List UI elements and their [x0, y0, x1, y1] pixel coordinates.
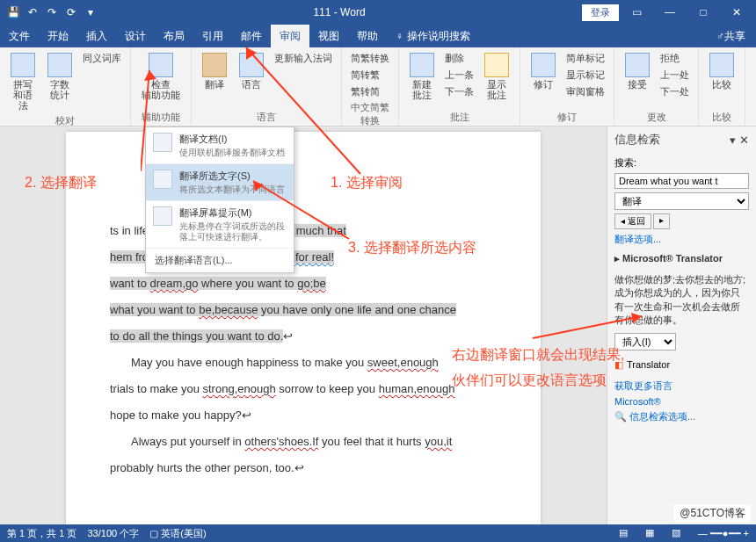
menu-layout[interactable]: 布局 — [155, 25, 193, 47]
research-pane: 信息检索 ▾ ✕ 搜索: 翻译 ◂ 返回 ▸ 翻译选项... ▸ Microso… — [607, 126, 756, 524]
translate-sel-icon — [153, 170, 172, 189]
ribbon-group-proofing: 拼写和语法 字数统计 同义词库 校对 — [0, 47, 131, 126]
wordcount-button[interactable]: 字数统计 — [44, 51, 76, 102]
translate-tooltip-item[interactable]: 翻译屏幕提示(M)光标悬停在字词或所选的段落上可快速进行翻译。 — [146, 201, 294, 249]
spelling-button[interactable]: 拼写和语法 — [7, 51, 39, 112]
menu-insert[interactable]: 插入 — [77, 25, 116, 47]
forward-button[interactable]: ▸ — [653, 213, 670, 229]
ribbon-group-protect: 阻止作者 限制编辑 保护 — [745, 47, 756, 126]
ribbon-group-chinese: 简繁转换 简转繁 繁转简 中文简繁转换 — [342, 47, 399, 126]
document-area[interactable]: 翻译文档(I)使用联机翻译服务翻译文档 翻译所选文字(S)将所选文本翻译为不同语… — [0, 126, 607, 524]
compare-button[interactable]: 比较 — [706, 51, 738, 91]
maximize-icon[interactable]: □ — [687, 2, 719, 23]
translate-button[interactable]: 翻译 — [199, 51, 230, 91]
delete-comment-button[interactable]: 删除 — [443, 51, 476, 66]
prev-change-button[interactable]: 上一处 — [658, 68, 691, 83]
print-layout-icon[interactable]: ▦ — [645, 527, 661, 539]
menu-references[interactable]: 引用 — [193, 25, 232, 47]
search-input[interactable] — [614, 173, 749, 189]
ribbon-group-comments: 新建批注 删除 上一条 下一条 显示批注 批注 — [399, 47, 520, 126]
refresh-icon[interactable]: ⟳ — [65, 6, 77, 18]
back-button[interactable]: ◂ 返回 — [614, 213, 651, 229]
watermark: @51CTO博客 — [674, 504, 751, 523]
pane-title: 信息检索 — [614, 132, 660, 148]
markup-mode[interactable]: 简单标记 — [564, 51, 607, 66]
show-markup[interactable]: 显示标记 — [564, 68, 607, 83]
ribbon-group-language: 翻译 语言 更新输入法词 语言 — [192, 47, 342, 126]
translation-options-link[interactable]: 翻译选项... — [614, 233, 749, 246]
thesaurus-button[interactable]: 同义词库 — [81, 51, 123, 66]
block-authors-button[interactable]: 阻止作者 — [752, 51, 756, 102]
menu-file[interactable]: 文件 — [0, 25, 39, 47]
ribbon: 拼写和语法 字数统计 同义词库 校对 检查 辅助功能 辅助功能 翻译 语言 更新… — [0, 47, 756, 126]
search-label: 搜索: — [614, 156, 749, 170]
minimize-icon[interactable]: — — [654, 2, 686, 23]
titlebar: 💾 ↶ ↷ ⟳ ▾ 111 - Word 登录 ▭ — □ ✕ — [0, 0, 756, 25]
sc-tc-button[interactable]: 简繁转换 — [349, 51, 391, 66]
menu-view[interactable]: 视图 — [309, 25, 348, 47]
ribbon-group-tracking: 修订 简单标记 显示标记 审阅窗格 修订 — [520, 47, 614, 126]
statusbar: 第 1 页，共 1 页 33/100 个字 ▢ 英语(美国) ▤ ▦ ▧ — ━… — [0, 524, 756, 542]
next-comment-button[interactable]: 下一条 — [443, 84, 476, 99]
new-comment-button[interactable]: 新建批注 — [406, 51, 438, 102]
tc-button[interactable]: 繁转简 — [349, 84, 391, 99]
pane-menu-icon[interactable]: ▾ ✕ — [730, 134, 749, 147]
reject-button[interactable]: 拒绝 — [658, 51, 691, 66]
ribbon-options-icon[interactable]: ▭ — [621, 2, 652, 23]
translator-heading: ▸ Microsoft® Translator — [614, 249, 749, 268]
accessibility-button[interactable]: 检查 辅助功能 — [138, 51, 184, 102]
qat-more-icon[interactable]: ▾ — [84, 6, 97, 18]
track-changes-button[interactable]: 修订 — [527, 51, 559, 91]
translate-tip-icon — [153, 206, 172, 226]
update-ime-button[interactable]: 更新输入法词 — [273, 51, 334, 66]
tell-me[interactable]: ♀操作说明搜索 — [387, 25, 479, 47]
redo-icon[interactable]: ↷ — [46, 6, 58, 18]
service-select[interactable]: 翻译 — [614, 192, 749, 210]
close-icon[interactable]: ✕ — [721, 2, 752, 23]
menu-review[interactable]: 审阅 — [271, 25, 309, 47]
prev-comment-button[interactable]: 上一条 — [443, 68, 476, 83]
undo-icon[interactable]: ↶ — [26, 6, 39, 18]
insert-select[interactable]: 插入(I) — [614, 333, 676, 350]
menu-mailings[interactable]: 邮件 — [232, 25, 271, 47]
language-button[interactable]: 语言 — [236, 51, 267, 91]
word-count[interactable]: 33/100 个字 — [87, 527, 139, 540]
document-page[interactable]: ts in life when you miss someone so much… — [66, 132, 541, 524]
login-button[interactable]: 登录 — [582, 4, 619, 21]
microsoft-link[interactable]: Microsoft® — [614, 396, 749, 407]
ribbon-group-compare: 比较 比较 — [699, 47, 745, 126]
read-mode-icon[interactable]: ▤ — [619, 527, 635, 539]
menu-home[interactable]: 开始 — [39, 25, 77, 47]
next-change-button[interactable]: 下一处 — [658, 84, 691, 99]
web-layout-icon[interactable]: ▧ — [672, 527, 687, 539]
accept-button[interactable]: 接受 — [622, 51, 653, 91]
zoom-slider[interactable]: — ━━●━━ + — [698, 528, 749, 539]
window-title: 111 - Word — [97, 6, 582, 18]
page-indicator[interactable]: 第 1 页，共 1 页 — [7, 527, 76, 540]
workspace: 翻译文档(I)使用联机翻译服务翻译文档 翻译所选文字(S)将所选文本翻译为不同语… — [0, 126, 756, 524]
translate-doc-icon — [153, 133, 172, 152]
reviewing-pane[interactable]: 审阅窗格 — [564, 84, 607, 99]
menu-design[interactable]: 设计 — [116, 25, 155, 47]
share-button[interactable]: ♂ 共享 — [706, 25, 756, 47]
translate-document-item[interactable]: 翻译文档(I)使用联机翻译服务翻译文档 — [146, 127, 294, 164]
save-icon[interactable]: 💾 — [7, 6, 19, 18]
menubar: 文件 开始 插入 设计 布局 引用 邮件 审阅 视图 帮助 ♀操作说明搜索 ♂ … — [0, 25, 756, 47]
show-comments-button[interactable]: 显示批注 — [481, 51, 512, 102]
translation-result: 做你想做的梦;去你想去的地方;成为你想成为的人，因为你只有一次生命和一次机会去做… — [614, 271, 749, 329]
more-languages-link[interactable]: 获取更多语言 — [614, 379, 749, 393]
sc-button[interactable]: 简转繁 — [349, 68, 391, 83]
translate-dropdown: 翻译文档(I)使用联机翻译服务翻译文档 翻译所选文字(S)将所选文本翻译为不同语… — [145, 126, 294, 273]
choose-language-item[interactable]: 选择翻译语言(L)... — [146, 249, 294, 272]
translate-selection-item[interactable]: 翻译所选文字(S)将所选文本翻译为不同语言 — [146, 164, 294, 201]
research-options-link[interactable]: 🔍 信息检索选项... — [614, 410, 749, 423]
language-indicator[interactable]: ▢ 英语(美国) — [149, 527, 206, 540]
ribbon-group-accessibility: 检查 辅助功能 辅助功能 — [131, 47, 192, 126]
translator-logo: ◧Translator — [614, 354, 749, 376]
ribbon-group-changes: 接受 拒绝 上一处 下一处 更改 — [614, 47, 699, 126]
menu-help[interactable]: 帮助 — [348, 25, 387, 47]
